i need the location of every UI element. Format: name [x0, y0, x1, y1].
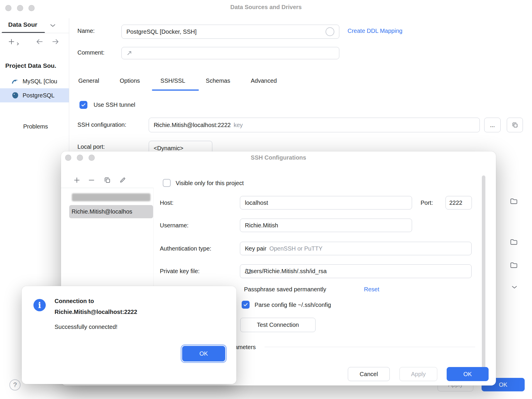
use-ssh-tunnel-checkbox[interactable]	[79, 101, 87, 109]
add-data-source-icon[interactable]	[8, 38, 15, 45]
scrollbar[interactable]	[482, 175, 485, 374]
auth-type-hint: OpenSSH or PuTTY	[269, 245, 322, 252]
spinner-circle-icon	[326, 27, 334, 36]
private-key-value: /Users/Richie.Mitish/.ssh/id_rsa	[245, 268, 327, 275]
auth-type-label: Authentication type:	[160, 245, 211, 252]
copy-config-icon[interactable]	[104, 177, 111, 184]
passphrase-status-text: Passphrase saved permanently	[244, 286, 326, 293]
test-connection-button[interactable]: Test Connection	[240, 318, 316, 332]
parse-config-checkbox[interactable]	[242, 301, 250, 309]
name-input[interactable]: PostgreSQL [Docker, SSH]	[121, 25, 339, 39]
dialog-apply-button[interactable]: Apply	[399, 367, 437, 381]
data-sources-window: Data Sources and Drivers Data Sour Proje…	[0, 0, 532, 399]
selected-tab-underline	[152, 89, 199, 91]
visible-only-label: Visible only for this project	[176, 180, 244, 187]
comment-input[interactable]	[121, 47, 339, 59]
visible-only-checkbox[interactable]	[163, 179, 171, 187]
browse-ssh-config-button[interactable]: ...	[484, 118, 501, 132]
dialog-cancel-button[interactable]: Cancel	[348, 367, 390, 381]
tab-general[interactable]: General	[78, 77, 99, 84]
mysql-icon	[11, 77, 19, 85]
forward-arrow-icon[interactable]	[52, 38, 59, 45]
chevron-down-icon[interactable]	[50, 23, 56, 28]
ssh-configuration-label: SSH configuration:	[77, 121, 126, 128]
browse-folder-icon[interactable]	[510, 261, 518, 269]
create-ddl-mapping-link[interactable]: Create DDL Mapping	[348, 28, 402, 34]
copy-ssh-config-button[interactable]	[507, 118, 523, 132]
browse-folder-icon[interactable]	[510, 238, 518, 246]
postgresql-icon	[11, 92, 19, 99]
project-data-sources-heading: Project Data Sou.	[5, 62, 56, 69]
section-divider	[265, 347, 475, 347]
sidebar-item-label: PostgreSQL	[23, 92, 55, 99]
auth-type-select[interactable]: Key pair OpenSSH or PuTTY	[240, 242, 472, 255]
local-port-value: <Dynamic>	[154, 145, 183, 152]
expand-icon[interactable]	[126, 50, 132, 56]
toolbar-divider	[61, 188, 153, 188]
sidebar-header: Data Sour	[8, 21, 37, 28]
dialog-ok-button[interactable]: OK	[447, 367, 489, 381]
config-list-item-selected[interactable]: Richie.Mitish@localhos	[69, 205, 153, 218]
sidebar-header-divider	[0, 33, 69, 33]
private-key-input[interactable]: /Users/Richie.Mitish/.ssh/id_rsa	[240, 264, 472, 278]
private-key-label: Private key file:	[160, 268, 200, 275]
comment-label: Comment:	[77, 49, 104, 56]
info-icon: i	[33, 299, 46, 311]
folder-icon[interactable]	[245, 268, 252, 275]
chevron-down-icon	[245, 247, 250, 250]
tab-options[interactable]: Options	[120, 77, 140, 84]
edit-pencil-icon[interactable]	[119, 177, 126, 184]
browse-folder-icon[interactable]	[510, 197, 518, 205]
config-item-label: Richie.Mitish@localhos	[72, 208, 132, 215]
chevron-down-icon[interactable]	[511, 285, 517, 289]
tab-ssh-ssl[interactable]: SSH/SSL	[160, 77, 185, 84]
host-input[interactable]: localhost	[240, 196, 412, 209]
use-ssh-tunnel-label: Use SSH tunnel	[94, 102, 135, 108]
popup-title-line1: Connection to	[55, 298, 94, 305]
redacted-config-item[interactable]	[72, 193, 150, 201]
ssh-configuration-select[interactable]: Richie.Mitish@localhost:2222 key	[149, 118, 480, 132]
ssh-configuration-badge: key	[234, 122, 243, 129]
popup-title-line2: Richie.Mitish@localhost:2222	[55, 309, 137, 315]
popup-ok-button[interactable]: OK	[182, 346, 225, 361]
connection-success-popup: i Connection to Richie.Mitish@localhost:…	[22, 286, 236, 384]
chevron-down-icon	[154, 123, 159, 127]
tab-schemas[interactable]: Schemas	[206, 77, 230, 84]
dialog-title: SSH Configurations	[61, 154, 496, 161]
add-chevron-icon[interactable]	[16, 42, 19, 45]
username-input[interactable]: Richie.Mitish	[240, 219, 412, 232]
name-label: Name:	[77, 28, 95, 34]
back-arrow-icon[interactable]	[36, 38, 43, 45]
add-config-icon[interactable]	[73, 177, 80, 184]
remove-config-icon[interactable]	[88, 177, 95, 184]
help-button[interactable]: ?	[9, 379, 21, 390]
sidebar-item-label: MySQL [Clou	[23, 78, 57, 85]
local-port-label: Local port:	[77, 143, 105, 150]
port-label: Port:	[421, 200, 433, 206]
sidebar-item-postgresql[interactable]: PostgreSQL	[0, 88, 69, 102]
host-value: localhost	[245, 200, 268, 206]
reset-passphrase-link[interactable]: Reset	[364, 286, 379, 293]
tab-advanced[interactable]: Advanced	[251, 77, 277, 84]
port-value: 2222	[449, 200, 462, 206]
username-label: Username:	[160, 222, 189, 229]
host-label: Host:	[160, 200, 174, 206]
username-value: Richie.Mitish	[245, 222, 278, 229]
window-title: Data Sources and Drivers	[0, 4, 532, 11]
sidebar-item-mysql[interactable]: MySQL [Clou	[0, 75, 69, 88]
ssh-configuration-value: Richie.Mitish@localhost:2222	[154, 122, 231, 129]
name-value: PostgreSQL [Docker, SSH]	[126, 28, 196, 35]
parse-config-label: Parse config file ~/.ssh/config	[255, 302, 331, 308]
sidebar-item-problems[interactable]: Problems	[23, 123, 48, 130]
port-input[interactable]: 2222	[445, 196, 472, 209]
popup-body-text: Successfully connected!	[55, 324, 118, 330]
